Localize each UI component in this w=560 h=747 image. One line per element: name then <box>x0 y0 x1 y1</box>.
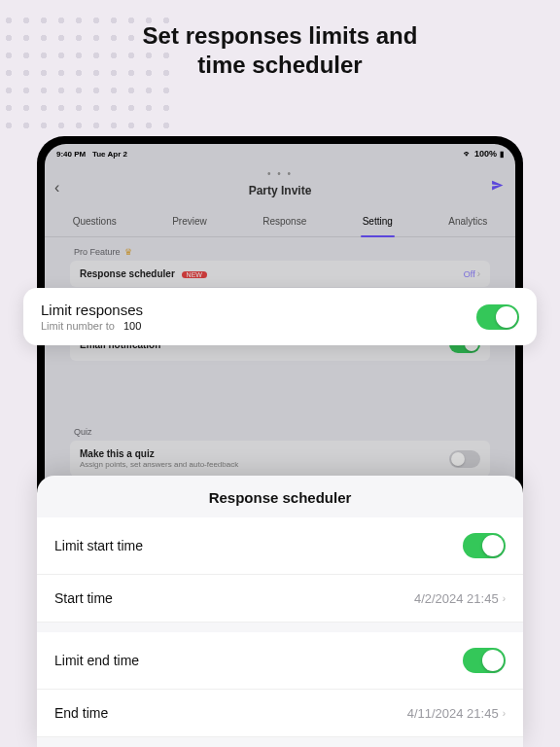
limit-end-toggle[interactable] <box>463 648 506 673</box>
scheduler-sheet: Response scheduler Limit start time Star… <box>37 476 523 747</box>
tab-response[interactable]: Response <box>257 212 312 231</box>
chevron-right-icon: › <box>503 708 506 719</box>
limit-responses-value: 100 <box>123 320 141 332</box>
tab-preview[interactable]: Preview <box>166 212 213 231</box>
limit-start-row: Limit start time <box>37 517 523 575</box>
status-bar: 9:40 PM Tue Apr 2 ᯤ 100% ▮ <box>45 144 515 160</box>
status-date: Tue Apr 2 <box>92 150 127 159</box>
new-badge: NEW <box>182 271 207 278</box>
start-time-row[interactable]: Start time 4/2/2024 21:45 › <box>37 575 523 622</box>
tab-bar: Questions Preview Response Setting Analy… <box>45 206 515 237</box>
send-button[interactable] <box>491 179 504 195</box>
pro-section-label: Pro Feature ♛ <box>70 237 490 261</box>
limit-responses-card: Limit responses Limit number to 100 <box>23 288 537 345</box>
chevron-right-icon: › <box>477 268 480 279</box>
end-time-row[interactable]: End time 4/11/2024 21:45 › <box>37 690 523 737</box>
limit-responses-sublabel: Limit number to <box>41 320 115 332</box>
chevron-right-icon: › <box>503 593 506 604</box>
page-title: Party Invite <box>249 184 312 197</box>
battery-icon: ▮ <box>500 150 504 159</box>
status-time: 9:40 PM <box>56 150 86 159</box>
limit-responses-toggle[interactable] <box>476 304 519 330</box>
quiz-section-label: Quiz <box>70 417 490 441</box>
quiz-toggle[interactable] <box>449 450 480 468</box>
tab-analytics[interactable]: Analytics <box>442 212 493 231</box>
tab-questions[interactable]: Questions <box>67 212 122 231</box>
crown-icon: ♛ <box>124 247 132 257</box>
limit-end-row: Limit end time <box>37 632 523 690</box>
response-scheduler-row[interactable]: Response scheduler NEW Off › <box>70 261 490 287</box>
marketing-title: Set responses limits and time scheduler <box>0 21 560 80</box>
scheduler-status: Off <box>464 269 475 279</box>
end-time-value: 4/11/2024 21:45 <box>407 706 499 721</box>
limit-responses-title: Limit responses <box>41 302 143 318</box>
start-time-value: 4/2/2024 21:45 <box>414 591 499 606</box>
tab-setting[interactable]: Setting <box>357 212 399 231</box>
wifi-icon: ᯤ <box>464 150 472 159</box>
make-quiz-row: Make this a quiz Assign points, set answ… <box>70 441 490 477</box>
scheduler-sheet-title: Response scheduler <box>37 489 523 506</box>
battery-percent: 100% <box>474 149 497 159</box>
limit-start-toggle[interactable] <box>463 533 506 558</box>
multitask-indicator-icon: • • • <box>54 171 506 177</box>
back-button[interactable]: ‹ <box>54 179 59 196</box>
